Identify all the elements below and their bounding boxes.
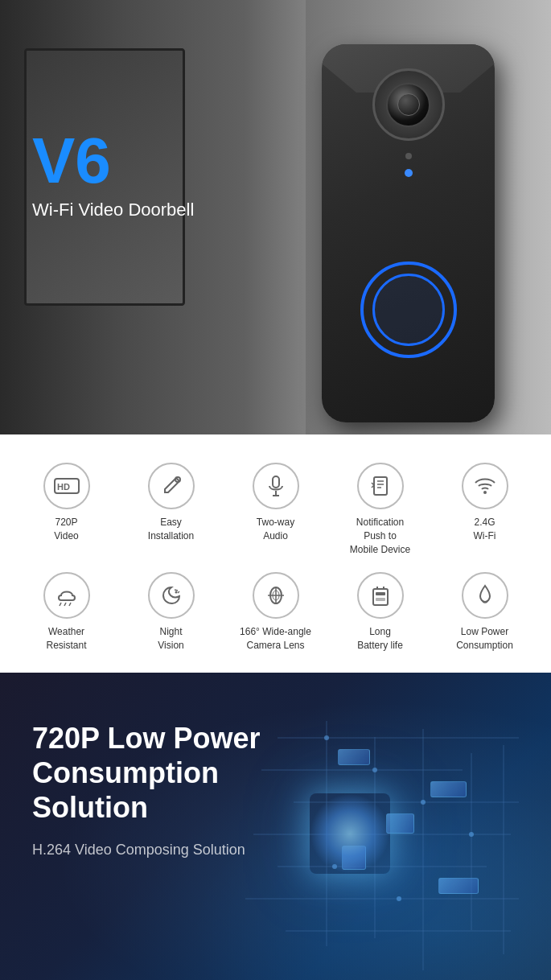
battery-label: LongBattery life (357, 625, 403, 653)
svg-rect-25 (376, 598, 385, 601)
bottom-subtitle: H.264 Video Composing Solution (32, 842, 519, 859)
feature-wide-angle: 166° Wide-angleCamera Lens (225, 568, 326, 657)
bottom-content: 720P Low Power Consumption Solution H.26… (32, 721, 519, 859)
night-vision-icon (148, 572, 195, 619)
weather-icon (43, 572, 90, 619)
wifi-icon (462, 463, 508, 509)
wide-angle-label: 166° Wide-angleCamera Lens (240, 625, 311, 653)
weather-label: WeatherResistant (46, 625, 86, 653)
two-way-audio-label: Two-wayAudio (257, 516, 294, 543)
feature-easy-install: EasyInstallation (121, 459, 221, 560)
notification-label: NotificationPush toMobile Device (350, 516, 410, 556)
bottom-title: 720P Low Power Consumption Solution (32, 721, 290, 826)
svg-line-13 (60, 603, 61, 606)
notification-icon (357, 463, 404, 509)
bell-ring-inner (372, 274, 445, 346)
camera-inner (397, 93, 420, 116)
hd-video-label: 720PVideo (54, 516, 78, 543)
wifi-label: 2.4GWi-Fi (474, 516, 496, 543)
feature-battery: LongBattery life (330, 568, 430, 657)
svg-rect-21 (373, 589, 388, 605)
feature-night-vision: NightVision (121, 568, 221, 657)
two-way-audio-icon (253, 463, 299, 509)
doorbell-body (322, 44, 495, 422)
svg-text:HD: HD (57, 482, 70, 492)
svg-line-15 (69, 603, 71, 606)
svg-line-14 (64, 603, 66, 606)
bell-dot (405, 153, 412, 159)
low-power-label: Low PowerConsumption (456, 625, 513, 653)
svg-point-12 (483, 491, 487, 494)
easy-install-label: EasyInstallation (148, 516, 194, 543)
bell-indicator (405, 169, 413, 177)
battery-icon (357, 572, 404, 619)
hd-video-icon: HD (43, 463, 90, 509)
feature-wifi: 2.4GWi-Fi (434, 459, 535, 560)
product-model: V6 (32, 129, 194, 193)
bottom-section: 720P Low Power Consumption Solution H.26… (0, 673, 551, 980)
svg-rect-3 (273, 476, 279, 488)
feature-weather: WeatherResistant (16, 568, 117, 657)
hero-text: V6 Wi-Fi Video Doorbell (32, 129, 194, 220)
low-power-icon (462, 572, 508, 619)
svg-rect-6 (374, 477, 387, 495)
features-grid: HD 720PVideo EasyInstallation (16, 459, 535, 657)
easy-install-icon (148, 463, 195, 509)
wide-angle-icon (253, 572, 299, 619)
camera-lens (386, 83, 430, 127)
features-section: HD 720PVideo EasyInstallation (0, 434, 551, 673)
product-subtitle: Wi-Fi Video Doorbell (32, 200, 194, 220)
feature-two-way-audio: Two-wayAudio (225, 459, 326, 560)
camera-area (372, 68, 445, 141)
night-vision-label: NightVision (158, 625, 183, 653)
feature-low-power: Low PowerConsumption (434, 568, 535, 657)
feature-hd-video: HD 720PVideo (16, 459, 117, 560)
svg-rect-24 (376, 592, 385, 595)
svg-point-16 (175, 591, 177, 594)
bell-button-area (360, 261, 457, 358)
hero-section: V6 Wi-Fi Video Doorbell (0, 0, 551, 434)
doorbell-device (322, 44, 495, 422)
bell-ring-outer (360, 261, 457, 358)
feature-notification: NotificationPush toMobile Device (330, 459, 430, 560)
